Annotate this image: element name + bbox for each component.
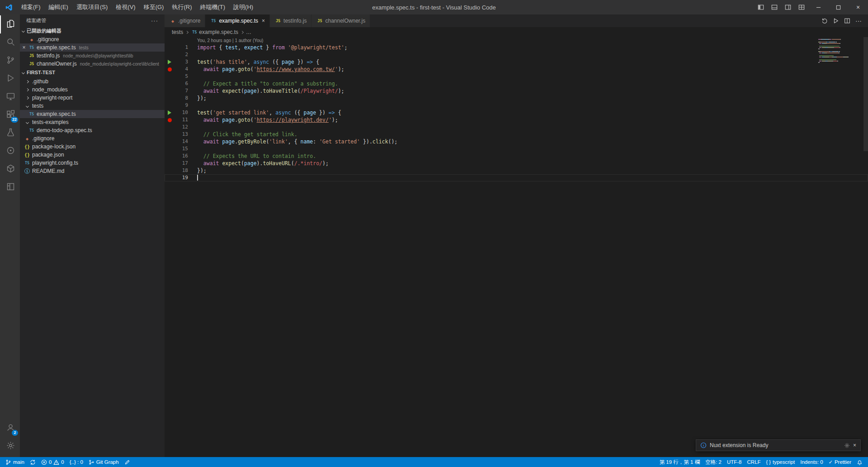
- tree-item-example-spec-ts[interactable]: TSexample.spec.ts: [20, 110, 165, 118]
- code-line-10[interactable]: 10test('get started link', async ({ page…: [165, 109, 868, 116]
- tree-item-demo-todo-app-spec-ts[interactable]: TSdemo-todo-app.spec.ts: [20, 126, 165, 134]
- line-number[interactable]: 17: [175, 160, 188, 167]
- split-editor-icon[interactable]: [842, 16, 852, 26]
- activity-bar-item-accounts[interactable]: 2: [0, 419, 20, 437]
- activity-bar-item-source-control[interactable]: [0, 52, 20, 70]
- tree-item-github[interactable]: .github: [20, 77, 165, 86]
- run-icon[interactable]: [831, 16, 841, 26]
- tree-item-playwright-config-ts[interactable]: TSplaywright.config.ts: [20, 159, 165, 167]
- activity-bar-item-settings[interactable]: [0, 437, 20, 455]
- tab-testinfo-js[interactable]: JStestInfo.js: [270, 14, 311, 27]
- more-actions-icon[interactable]: ···: [854, 16, 863, 26]
- tree-item-tests[interactable]: tests: [20, 102, 165, 110]
- open-editor-channelowner-js[interactable]: JSchannelOwner.jsnode_modules\playwright…: [20, 60, 165, 68]
- activity-bar-item-extension-view-3[interactable]: [0, 178, 20, 196]
- line-number[interactable]: 19: [175, 174, 188, 181]
- minimap[interactable]: [818, 39, 862, 65]
- tree-item-tests-examples[interactable]: tests-examples: [20, 118, 165, 126]
- status-bracket-count[interactable]: {..} : 0: [67, 457, 86, 467]
- menu-item-5[interactable]: 執行(R): [168, 0, 196, 14]
- line-number[interactable]: 5: [175, 73, 188, 80]
- maximize-button[interactable]: [828, 0, 848, 14]
- line-number[interactable]: 12: [175, 124, 188, 131]
- close-icon[interactable]: ×: [20, 44, 28, 51]
- code-line-16[interactable]: 16 // Expects the URL to contain intro.: [165, 152, 868, 160]
- status-cursor-position[interactable]: 第 19 行，第 1 欄: [657, 457, 703, 467]
- line-number[interactable]: 16: [175, 152, 188, 160]
- code-line-4[interactable]: 4 await page.goto('https://www.yahoo.com…: [165, 66, 868, 73]
- breadcrumb-item-0[interactable]: tests: [172, 29, 183, 35]
- breakpoint-icon[interactable]: [165, 66, 175, 73]
- tab-channelowner-js[interactable]: JSchannelOwner.js: [311, 14, 370, 27]
- line-number[interactable]: 8: [175, 95, 188, 102]
- breakpoint-icon[interactable]: [165, 116, 175, 124]
- code-line-12[interactable]: 12: [165, 124, 868, 131]
- code-line-2[interactable]: 2: [165, 51, 868, 58]
- toggle-panel-icon[interactable]: [768, 0, 781, 14]
- status-indents[interactable]: Indents: 0: [797, 457, 826, 467]
- close-icon[interactable]: ×: [853, 442, 856, 448]
- tree-item-package-json[interactable]: {}package.json: [20, 151, 165, 159]
- activity-bar-item-search[interactable]: [0, 33, 20, 52]
- status-notifications[interactable]: [854, 457, 865, 467]
- line-number[interactable]: 6: [175, 80, 188, 87]
- code-line-5[interactable]: 5: [165, 73, 868, 80]
- activity-bar-item-extension-view-2[interactable]: [0, 160, 20, 178]
- menu-item-4[interactable]: 移至(G): [140, 0, 168, 14]
- code-editor[interactable]: You, 2 hours ago | 1 author (You) 1impor…: [165, 37, 868, 457]
- customize-layout-icon[interactable]: [795, 0, 808, 14]
- activity-bar-item-testing[interactable]: [0, 124, 20, 142]
- minimize-button[interactable]: [808, 0, 828, 14]
- status-encoding[interactable]: UTF-8: [724, 457, 745, 467]
- open-editor-gitignore[interactable]: ◆.gitignore: [20, 35, 165, 43]
- tree-item-gitignore[interactable]: ◆.gitignore: [20, 134, 165, 143]
- code-line-8[interactable]: 8});: [165, 95, 868, 102]
- menu-item-7[interactable]: 說明(H): [229, 0, 257, 14]
- menu-item-2[interactable]: 選取項目(S): [72, 0, 112, 14]
- status-prettier[interactable]: ✓Prettier: [826, 457, 854, 467]
- status-edit[interactable]: [122, 457, 133, 467]
- run-test-icon[interactable]: [165, 58, 175, 66]
- line-number[interactable]: 11: [175, 116, 188, 124]
- line-number[interactable]: 9: [175, 102, 188, 109]
- menu-item-3[interactable]: 檢視(V): [112, 0, 139, 14]
- tree-item-playwright-report[interactable]: playwright-report: [20, 94, 165, 102]
- activity-bar-item-extension-view-1[interactable]: [0, 142, 20, 160]
- more-actions-icon[interactable]: ···: [151, 17, 158, 24]
- code-line-7[interactable]: 7 await expect(page).toHaveTitle(/Playwr…: [165, 87, 868, 95]
- line-number[interactable]: 2: [175, 51, 188, 58]
- status-eol[interactable]: CRLF: [745, 457, 764, 467]
- line-number[interactable]: 3: [175, 58, 188, 66]
- line-number[interactable]: 14: [175, 138, 188, 145]
- code-line-14[interactable]: 14 await page.getByRole('link', { name: …: [165, 138, 868, 145]
- menu-item-0[interactable]: 檔案(F): [17, 0, 45, 14]
- navigate-back-icon[interactable]: [820, 16, 830, 26]
- activity-bar-item-extensions[interactable]: 22: [0, 106, 20, 124]
- breadcrumb-item-1[interactable]: TSexample.spec.ts: [191, 29, 238, 35]
- code-line-18[interactable]: 18});: [165, 167, 868, 174]
- line-number[interactable]: 18: [175, 167, 188, 174]
- scrollbar[interactable]: [863, 37, 868, 151]
- breadcrumb-item-2[interactable]: …: [246, 29, 251, 35]
- toggle-secondary-sidebar-icon[interactable]: [781, 0, 795, 14]
- gear-icon[interactable]: [844, 443, 850, 448]
- code-line-19[interactable]: 19: [165, 174, 868, 181]
- status-git-graph[interactable]: Git Graph: [86, 457, 122, 467]
- tree-item-readme-md[interactable]: iREADME.md: [20, 167, 165, 175]
- blame-annotation[interactable]: You, 2 hours ago | 1 author (You): [165, 37, 868, 44]
- activity-bar-item-remote-explorer[interactable]: [0, 88, 20, 106]
- line-number[interactable]: 13: [175, 131, 188, 138]
- status-problems[interactable]: 00: [38, 457, 67, 467]
- line-number[interactable]: 15: [175, 145, 188, 152]
- tree-item-package-lock-json[interactable]: {}package-lock.json: [20, 143, 165, 151]
- status-indentation[interactable]: 空格: 2: [703, 457, 724, 467]
- tab-example-spec-ts[interactable]: TSexample.spec.ts×: [205, 14, 270, 27]
- line-number[interactable]: 1: [175, 44, 188, 51]
- code-line-9[interactable]: 9: [165, 102, 868, 109]
- code-line-17[interactable]: 17 await expect(page).toHaveURL(/.*intro…: [165, 160, 868, 167]
- open-editor-example-spec-ts[interactable]: ×TSexample.spec.tstests: [20, 43, 165, 52]
- tree-item-node-modules[interactable]: node_modules: [20, 86, 165, 94]
- code-line-15[interactable]: 15: [165, 145, 868, 152]
- run-test-icon[interactable]: [165, 109, 175, 116]
- line-number[interactable]: 10: [175, 109, 188, 116]
